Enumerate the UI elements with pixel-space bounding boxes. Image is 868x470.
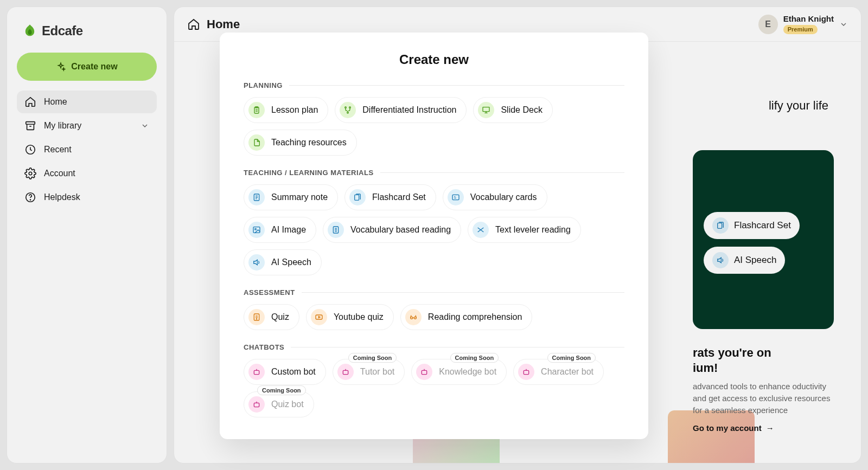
cards-icon <box>349 189 366 205</box>
chip-text-leveler-reading[interactable]: Text leveler reading <box>468 217 581 243</box>
svg-rect-26 <box>254 403 259 407</box>
chip-label: Vocabulary based reading <box>350 225 451 235</box>
chip-label: Knowledge bot <box>439 367 496 377</box>
svg-rect-10 <box>483 107 489 112</box>
quiz-icon <box>248 309 265 325</box>
chip-vocabulary-reading[interactable]: Vocabulary based reading <box>323 217 461 243</box>
modal-title: Create new <box>244 52 624 67</box>
section-label-assessment: ASSESSMENT <box>244 288 295 297</box>
chip-summary-note[interactable]: Summary note <box>244 184 338 210</box>
svg-rect-12 <box>355 195 359 200</box>
chip-slide-deck[interactable]: Slide Deck <box>473 97 552 123</box>
chip-label: Teaching resources <box>271 138 347 147</box>
chip-label: Flashcard Set <box>372 192 426 202</box>
chip-label: AI Image <box>271 225 306 235</box>
chip-custom-bot[interactable]: Custom bot <box>244 359 326 385</box>
chip-character-bot: Coming Soon Character bot <box>513 359 604 385</box>
image-icon <box>248 222 265 238</box>
svg-rect-13 <box>452 195 459 199</box>
chip-tutor-bot: Coming Soon Tutor bot <box>333 359 405 385</box>
coming-soon-badge: Coming Soon <box>547 353 596 363</box>
divider <box>291 347 624 347</box>
svg-point-18 <box>256 319 257 319</box>
chip-label: Tutor bot <box>360 367 394 377</box>
svg-rect-22 <box>254 370 259 374</box>
chip-knowledge-bot: Coming Soon Knowledge bot <box>411 359 507 385</box>
files-icon <box>248 134 265 151</box>
clipboard-icon <box>248 102 265 118</box>
chip-vocabulary-cards[interactable]: Vocabulary cards <box>443 184 547 210</box>
bot-icon <box>248 396 265 413</box>
chip-label: Lesson plan <box>271 105 318 115</box>
youtube-icon <box>311 309 327 325</box>
svg-rect-23 <box>343 370 348 374</box>
chip-label: Slide Deck <box>501 105 542 115</box>
chip-youtube-quiz[interactable]: Youtube quiz <box>306 304 394 330</box>
chip-label: AI Speech <box>271 257 311 267</box>
chip-label: Quiz bot <box>271 400 304 409</box>
svg-rect-25 <box>524 370 528 374</box>
bot-icon <box>337 364 354 380</box>
chip-label: Custom bot <box>271 367 316 377</box>
divider <box>289 85 624 86</box>
branch-icon <box>340 102 356 118</box>
svg-rect-24 <box>422 370 427 374</box>
chip-ai-speech[interactable]: AI Speech <box>244 249 322 275</box>
chip-flashcard-set[interactable]: Flashcard Set <box>344 184 436 210</box>
chip-label: Summary note <box>271 192 328 202</box>
chip-label: Character bot <box>541 367 593 377</box>
chip-quiz-bot: Coming Soon Quiz bot <box>244 391 314 417</box>
chip-label: Text leveler reading <box>495 225 571 235</box>
divider <box>380 172 624 173</box>
chip-label: Quiz <box>271 312 289 322</box>
section-label-chatbots: CHATBOTS <box>244 343 284 351</box>
create-new-modal: Create new PLANNING Lesson plan Differen… <box>220 33 648 439</box>
svg-point-9 <box>347 112 349 113</box>
chip-quiz[interactable]: Quiz <box>244 304 299 330</box>
section-label-materials: TEACHING / LEARNING MATERIALS <box>244 169 374 177</box>
bot-icon <box>518 364 534 380</box>
section-label-planning: PLANNING <box>244 81 283 89</box>
coming-soon-badge: Coming Soon <box>450 353 499 363</box>
chip-lesson-plan[interactable]: Lesson plan <box>244 97 328 123</box>
chip-label: Youtube quiz <box>334 312 384 322</box>
presentation-icon <box>478 102 494 118</box>
chip-differentiated-instruction[interactable]: Differentiated Instruction <box>335 97 467 123</box>
chip-label: Differentiated Instruction <box>362 105 456 115</box>
chip-reading-comprehension[interactable]: Reading comprehension <box>400 304 532 330</box>
bot-icon <box>248 364 265 380</box>
divider <box>302 292 624 293</box>
bot-icon <box>416 364 432 380</box>
glasses-icon <box>405 309 422 325</box>
svg-point-8 <box>349 107 351 108</box>
doc-icon <box>328 222 344 238</box>
chip-label: Reading comprehension <box>428 312 522 322</box>
svg-point-7 <box>345 107 347 108</box>
modal-backdrop[interactable]: Create new PLANNING Lesson plan Differen… <box>0 0 868 470</box>
svg-point-15 <box>255 228 257 230</box>
speaker-icon <box>248 254 265 271</box>
coming-soon-badge: Coming Soon <box>348 353 397 363</box>
note-icon <box>248 189 265 205</box>
chip-ai-image[interactable]: AI Image <box>244 217 316 243</box>
chip-teaching-resources[interactable]: Teaching resources <box>244 130 357 156</box>
coming-soon-badge: Coming Soon <box>257 385 306 395</box>
text-icon <box>473 222 489 238</box>
svg-rect-14 <box>253 227 260 233</box>
chip-label: Vocabulary cards <box>470 192 537 202</box>
vocab-icon <box>448 189 464 205</box>
